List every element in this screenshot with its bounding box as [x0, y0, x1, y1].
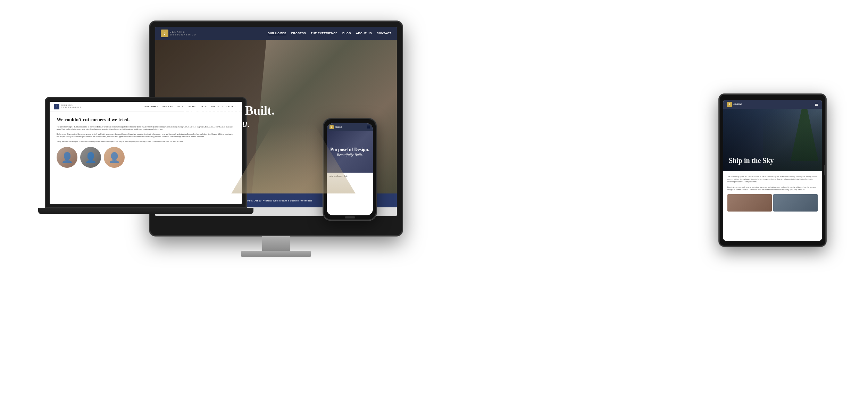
phone-nav: J JENKINS ☰ [327, 123, 373, 131]
tablet-frame: J JENKINS ☰ Ship in the Sky [719, 94, 826, 247]
phone-home-button[interactable] [345, 216, 355, 218]
phone-hero-text: Purposeful Design. Beautifully Built. [330, 147, 369, 157]
phone-hero-subtitle: Beautifully Built. [330, 152, 369, 157]
laptop-para-3: Today, the Jenkins Design + Build team f… [57, 140, 235, 143]
laptop-base [38, 208, 253, 214]
tablet-image-2 [773, 194, 818, 212]
tablet-content: J JENKINS ☰ Ship in the Sky [723, 100, 822, 241]
laptop-team-member-3: 👤 [104, 147, 125, 168]
monitor-nav-experience[interactable]: THE EXPERIENCE [311, 32, 337, 35]
monitor-hero-title: Beautifully Built. [183, 104, 275, 118]
tablet: J JENKINS ☰ Ship in the Sky [719, 94, 826, 247]
tablet-logo-icon: J [727, 102, 732, 107]
person-icon-2: 👤 [85, 152, 97, 163]
monitor-nav-blog[interactable]: BLOG [342, 32, 351, 35]
tablet-body-para2: Practical touches, such as ship porthole… [727, 186, 818, 191]
monitor-stand-neck [262, 236, 290, 252]
monitor-hero-text: Beautifully Built. Inspired by you. [183, 104, 275, 130]
hamburger-menu-icon[interactable]: ☰ [367, 125, 370, 129]
tablet-image-1 [727, 194, 772, 212]
laptop-team-member-1: 👤 [57, 147, 77, 168]
laptop-nav-our-homes[interactable]: OUR HOMES [144, 106, 158, 108]
tablet-hamburger-icon[interactable]: ☰ [815, 102, 818, 107]
tablet-images [727, 194, 818, 212]
monitor-stand-base [241, 251, 311, 257]
tablet-logo-text: JENKINS [733, 103, 742, 105]
tablet-body-para1: The main living space is a custom 21-fee… [727, 175, 818, 183]
tablet-nav: J JENKINS ☰ [723, 100, 822, 109]
tablet-home-button[interactable] [824, 165, 826, 175]
laptop-logo-text: JENKINS DESIGN+BUILD [61, 105, 82, 108]
laptop-team: 👤 👤 👤 [57, 147, 235, 168]
tablet-hero: Ship in the Sky [723, 109, 822, 171]
laptop-logo-icon: J [54, 104, 59, 109]
laptop-para-2: Bethany and Shan realized there was a ne… [57, 133, 235, 138]
tablet-logo: J JENKINS [727, 102, 742, 107]
page-scene: J JENKINS DESIGN+BUILD OUR HOMES PROCESS… [0, 0, 868, 405]
laptop-team-member-2: 👤 [80, 147, 101, 168]
phone-logo: J JENKINS [329, 125, 342, 129]
monitor-hero-subtitle: Inspired by you. [183, 118, 275, 130]
tablet-body: The main living space is a custom 21-fee… [723, 171, 822, 241]
tablet-hero-title: Ship in the Sky [729, 157, 816, 164]
tablet-screen: J JENKINS ☰ Ship in the Sky [723, 100, 822, 241]
person-icon-3: 👤 [108, 152, 120, 163]
laptop-logo: J JENKINS DESIGN+BUILD [54, 104, 82, 109]
monitor-nav-our-homes[interactable]: OUR HOMES [268, 32, 286, 35]
laptop-nav-process[interactable]: PROCESS [162, 106, 173, 108]
person-icon-1: 👤 [61, 152, 73, 163]
monitor-bottom-text: At Jenkins Design + Build, we'll create … [240, 199, 312, 202]
phone-hero-title: Purposeful Design. [330, 147, 369, 153]
phone-logo-icon: J [329, 125, 334, 129]
monitor-nav-links: OUR HOMES PROCESS THE EXPERIENCE BLOG AB… [268, 32, 391, 35]
monitor-nav-process[interactable]: PROCESS [291, 32, 306, 35]
phone-logo-text: JENKINS [335, 126, 342, 128]
monitor-nav-contact[interactable]: CONTACT [377, 32, 391, 35]
tablet-hero-text: Ship in the Sky [729, 157, 816, 164]
monitor-logo: J JENKINS DESIGN+BUILD [161, 30, 197, 37]
monitor-nav-about[interactable]: ABOUT US [356, 32, 372, 35]
monitor-logo-text: JENKINS DESIGN+BUILD [170, 31, 197, 36]
monitor-logo-icon: J [161, 30, 168, 37]
monitor-nav: J JENKINS DESIGN+BUILD OUR HOMES PROCESS… [155, 27, 397, 40]
